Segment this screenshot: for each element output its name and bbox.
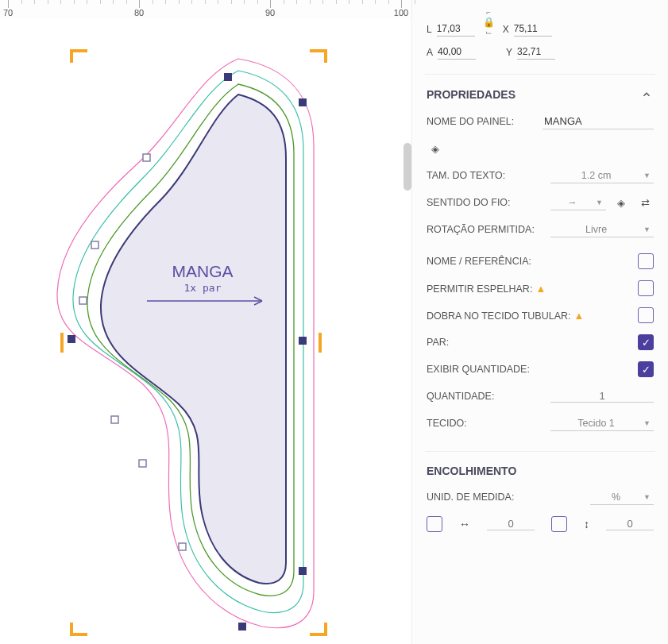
qty-input[interactable] [550,390,654,403]
link-bottom-icon: ⌙ [485,28,492,37]
ruler-tick-80: 80 [134,8,144,17]
shrinkage-section: ENCOLHIMENTO UNID. DE MEDIDA: %▼ ↔ ↕ [425,451,655,546]
pattern-canvas[interactable]: MANGA 1x par [0,19,411,644]
swap-icon[interactable]: ⇄ [636,194,654,211]
text-size-label: TAM. DO TEXTO: [427,170,544,181]
grain-label: SENTIDO DO FIO: [427,197,544,208]
vertical-arrow-icon: ↕ [584,518,589,530]
ruler: 70 80 90 100 [0,0,411,19]
x-input[interactable] [514,21,552,37]
dimensions-row: L ⌐ 🔒 ⌙ X [425,5,655,44]
svg-rect-9 [111,416,118,423]
text-size-select[interactable]: 1.2 cm▼ [550,168,654,183]
height-label: A [427,47,433,58]
svg-rect-8 [79,297,87,304]
pair-checkbox[interactable]: ✓ [638,334,654,350]
shrink-h-checkbox[interactable] [427,516,442,532]
shrink-v-checkbox[interactable] [551,516,567,532]
lock-icon[interactable]: 🔒 [483,17,495,28]
show-qty-label: EXIBIR QUANTIDADE: [427,364,631,375]
tubular-label: DOBRA NO TECIDO TUBULAR:▲ [427,310,631,322]
mirror-label: PERMITIR ESPELHAR:▲ [427,283,631,295]
qty-label: QUANTIDADE: [427,391,544,402]
svg-rect-0 [224,73,232,81]
width-label: L [427,24,432,35]
ruler-tick-90: 90 [265,8,275,17]
svg-rect-4 [238,623,246,631]
shrinkage-header[interactable]: ENCOLHIMENTO [427,465,654,484]
shrinkage-title: ENCOLHIMENTO [427,465,516,477]
dimensions-row-2: A Y [425,44,655,67]
rotation-select[interactable]: Livre▼ [550,222,654,237]
height-input[interactable] [438,44,476,60]
grain-select[interactable]: →▼ [550,195,606,210]
chevron-up-icon [639,87,654,102]
pair-label: PAR: [427,337,631,348]
fabric-select[interactable]: Tecido 1▼ [550,416,654,431]
fabric-label: TECIDO: [427,418,544,429]
warning-icon: ▲ [535,283,546,295]
target-icon[interactable]: ◈ [427,140,444,157]
svg-rect-11 [179,543,186,550]
svg-rect-2 [299,337,307,345]
shrink-v-input[interactable] [606,518,654,530]
unit-label: UNID. DE MEDIDA: [427,492,584,503]
svg-rect-1 [299,98,307,106]
ruler-tick-70: 70 [3,8,13,17]
grain-target-icon[interactable]: ◈ [612,194,630,211]
scrollbar[interactable] [404,143,411,191]
panel-title: MANGA [172,262,233,280]
mirror-checkbox[interactable] [638,280,654,296]
y-label: Y [506,47,512,58]
panel-name-input[interactable] [543,114,654,129]
properties-section: PROPRIEDADES NOME DO PAINEL: ◈ TAM. DO T… [425,74,655,445]
panel-shape[interactable] [101,94,286,584]
warning-icon: ▲ [574,310,585,322]
show-qty-checkbox[interactable]: ✓ [638,361,654,377]
svg-rect-5 [68,335,75,343]
svg-rect-3 [299,567,307,575]
x-label: X [503,24,509,35]
width-input[interactable] [437,21,475,37]
canvas-area[interactable]: 70 80 90 100 [0,0,411,644]
rotation-label: ROTAÇÃO PERMITIDA: [427,223,544,236]
name-ref-label: NOME / REFERÊNCIA: [427,256,631,267]
svg-rect-6 [143,154,150,161]
name-ref-checkbox[interactable] [638,253,654,269]
properties-header[interactable]: PROPRIEDADES [427,87,654,108]
svg-rect-10 [139,460,146,467]
unit-select[interactable]: %▼ [590,490,654,505]
panel-subtitle: 1x par [184,282,222,294]
svg-rect-7 [91,241,98,249]
properties-title: PROPRIEDADES [427,88,515,101]
tubular-checkbox[interactable] [638,307,654,323]
panel-name-label: NOME DO PAINEL: [427,116,536,127]
ruler-tick-100: 100 [394,8,408,17]
properties-panel: L ⌐ 🔒 ⌙ X A Y PROPRIEDADES [411,0,668,644]
y-input[interactable] [517,44,555,60]
shrink-h-input[interactable] [487,518,535,530]
horizontal-arrow-icon: ↔ [459,518,470,530]
link-top-icon: ⌐ [486,8,491,17]
